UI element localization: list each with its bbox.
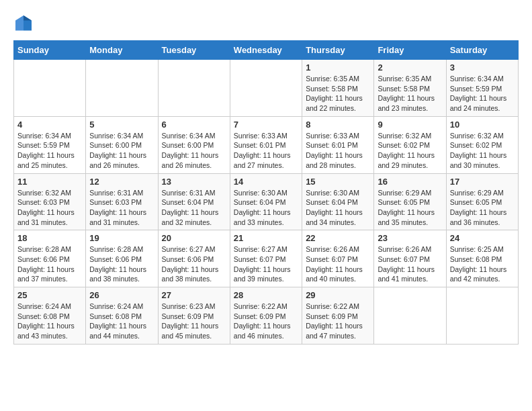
calendar-cell: 23Sunrise: 6:26 AM Sunset: 6:07 PM Dayli… bbox=[374, 230, 446, 287]
calendar-cell: 15Sunrise: 6:30 AM Sunset: 6:04 PM Dayli… bbox=[302, 173, 374, 230]
day-number: 4 bbox=[17, 120, 82, 130]
day-info: Sunrise: 6:23 AM Sunset: 6:09 PM Dayligh… bbox=[162, 302, 226, 341]
day-header-wednesday: Wednesday bbox=[230, 41, 302, 60]
day-info: Sunrise: 6:34 AM Sunset: 6:00 PM Dayligh… bbox=[89, 131, 154, 171]
calendar-cell: 12Sunrise: 6:31 AM Sunset: 6:03 PM Dayli… bbox=[86, 173, 158, 230]
day-info: Sunrise: 6:28 AM Sunset: 6:06 PM Dayligh… bbox=[17, 244, 82, 284]
calendar-cell: 16Sunrise: 6:29 AM Sunset: 6:05 PM Dayli… bbox=[374, 173, 446, 230]
day-number: 10 bbox=[450, 120, 515, 130]
day-info: Sunrise: 6:35 AM Sunset: 5:58 PM Dayligh… bbox=[378, 74, 442, 113]
day-number: 11 bbox=[17, 177, 82, 187]
calendar-cell bbox=[446, 287, 518, 345]
day-info: Sunrise: 6:32 AM Sunset: 6:02 PM Dayligh… bbox=[450, 131, 515, 171]
day-header-sunday: Sunday bbox=[14, 41, 86, 60]
day-number: 2 bbox=[378, 62, 442, 73]
day-info: Sunrise: 6:32 AM Sunset: 6:03 PM Dayligh… bbox=[17, 188, 82, 228]
calendar-cell: 29Sunrise: 6:22 AM Sunset: 6:09 PM Dayli… bbox=[302, 287, 374, 345]
day-number: 12 bbox=[89, 177, 154, 187]
calendar-cell: 1Sunrise: 6:35 AM Sunset: 5:58 PM Daylig… bbox=[302, 60, 374, 117]
day-info: Sunrise: 6:24 AM Sunset: 6:08 PM Dayligh… bbox=[89, 302, 154, 341]
calendar-cell: 8Sunrise: 6:33 AM Sunset: 6:01 PM Daylig… bbox=[302, 116, 374, 173]
page-header bbox=[13, 13, 519, 34]
day-info: Sunrise: 6:22 AM Sunset: 6:09 PM Dayligh… bbox=[306, 302, 370, 341]
day-info: Sunrise: 6:27 AM Sunset: 6:06 PM Dayligh… bbox=[162, 244, 226, 284]
day-number: 23 bbox=[378, 233, 442, 243]
day-info: Sunrise: 6:29 AM Sunset: 6:05 PM Dayligh… bbox=[378, 188, 442, 228]
day-number: 22 bbox=[306, 233, 370, 243]
calendar-week-2: 4Sunrise: 6:34 AM Sunset: 5:59 PM Daylig… bbox=[14, 116, 519, 173]
calendar-cell: 14Sunrise: 6:30 AM Sunset: 6:04 PM Dayli… bbox=[230, 173, 302, 230]
day-info: Sunrise: 6:28 AM Sunset: 6:06 PM Dayligh… bbox=[89, 244, 154, 284]
calendar-cell: 3Sunrise: 6:34 AM Sunset: 5:59 PM Daylig… bbox=[446, 60, 518, 117]
calendar-cell bbox=[14, 60, 86, 117]
day-info: Sunrise: 6:31 AM Sunset: 6:03 PM Dayligh… bbox=[89, 188, 154, 228]
day-number: 21 bbox=[234, 233, 298, 243]
calendar-cell: 22Sunrise: 6:26 AM Sunset: 6:07 PM Dayli… bbox=[302, 230, 374, 287]
day-number: 7 bbox=[234, 120, 298, 130]
calendar-cell: 5Sunrise: 6:34 AM Sunset: 6:00 PM Daylig… bbox=[86, 116, 158, 173]
day-info: Sunrise: 6:26 AM Sunset: 6:07 PM Dayligh… bbox=[378, 244, 442, 284]
day-number: 19 bbox=[89, 233, 154, 243]
calendar-cell: 13Sunrise: 6:31 AM Sunset: 6:04 PM Dayli… bbox=[158, 173, 230, 230]
day-info: Sunrise: 6:32 AM Sunset: 6:02 PM Dayligh… bbox=[378, 131, 442, 171]
calendar-cell: 2Sunrise: 6:35 AM Sunset: 5:58 PM Daylig… bbox=[374, 60, 446, 117]
calendar-cell: 9Sunrise: 6:32 AM Sunset: 6:02 PM Daylig… bbox=[374, 116, 446, 173]
day-header-saturday: Saturday bbox=[446, 41, 518, 60]
day-number: 3 bbox=[450, 62, 515, 73]
day-number: 17 bbox=[450, 177, 515, 187]
calendar-week-3: 11Sunrise: 6:32 AM Sunset: 6:03 PM Dayli… bbox=[14, 173, 519, 230]
day-number: 6 bbox=[162, 120, 226, 130]
day-info: Sunrise: 6:34 AM Sunset: 5:59 PM Dayligh… bbox=[450, 74, 515, 113]
day-number: 14 bbox=[234, 177, 298, 187]
day-number: 1 bbox=[306, 62, 370, 73]
calendar-cell: 20Sunrise: 6:27 AM Sunset: 6:06 PM Dayli… bbox=[158, 230, 230, 287]
day-info: Sunrise: 6:26 AM Sunset: 6:07 PM Dayligh… bbox=[306, 244, 370, 284]
day-info: Sunrise: 6:24 AM Sunset: 6:08 PM Dayligh… bbox=[17, 302, 82, 341]
day-number: 28 bbox=[234, 290, 298, 300]
day-info: Sunrise: 6:30 AM Sunset: 6:04 PM Dayligh… bbox=[306, 188, 370, 228]
logo-icon bbox=[13, 13, 34, 34]
calendar-cell bbox=[230, 60, 302, 117]
calendar-week-5: 25Sunrise: 6:24 AM Sunset: 6:08 PM Dayli… bbox=[14, 287, 519, 345]
calendar-cell bbox=[374, 287, 446, 345]
calendar-header-row: SundayMondayTuesdayWednesdayThursdayFrid… bbox=[14, 41, 519, 60]
calendar-cell: 19Sunrise: 6:28 AM Sunset: 6:06 PM Dayli… bbox=[86, 230, 158, 287]
day-info: Sunrise: 6:30 AM Sunset: 6:04 PM Dayligh… bbox=[234, 188, 298, 228]
day-number: 18 bbox=[17, 233, 82, 243]
day-number: 24 bbox=[450, 233, 515, 243]
day-header-monday: Monday bbox=[86, 41, 158, 60]
calendar-cell: 10Sunrise: 6:32 AM Sunset: 6:02 PM Dayli… bbox=[446, 116, 518, 173]
calendar-cell: 6Sunrise: 6:34 AM Sunset: 6:00 PM Daylig… bbox=[158, 116, 230, 173]
day-number: 16 bbox=[378, 177, 442, 187]
day-header-friday: Friday bbox=[374, 41, 446, 60]
day-info: Sunrise: 6:29 AM Sunset: 6:05 PM Dayligh… bbox=[450, 188, 515, 228]
calendar-cell: 18Sunrise: 6:28 AM Sunset: 6:06 PM Dayli… bbox=[14, 230, 86, 287]
day-number: 13 bbox=[162, 177, 226, 187]
day-number: 15 bbox=[306, 177, 370, 187]
day-number: 20 bbox=[162, 233, 226, 243]
calendar-cell: 25Sunrise: 6:24 AM Sunset: 6:08 PM Dayli… bbox=[14, 287, 86, 345]
logo bbox=[13, 13, 36, 34]
day-number: 29 bbox=[306, 290, 370, 300]
calendar-cell: 27Sunrise: 6:23 AM Sunset: 6:09 PM Dayli… bbox=[158, 287, 230, 345]
calendar-week-1: 1Sunrise: 6:35 AM Sunset: 5:58 PM Daylig… bbox=[14, 60, 519, 117]
day-number: 25 bbox=[17, 290, 82, 300]
day-info: Sunrise: 6:34 AM Sunset: 5:59 PM Dayligh… bbox=[17, 131, 82, 171]
calendar-cell: 21Sunrise: 6:27 AM Sunset: 6:07 PM Dayli… bbox=[230, 230, 302, 287]
day-info: Sunrise: 6:34 AM Sunset: 6:00 PM Dayligh… bbox=[162, 131, 226, 171]
day-info: Sunrise: 6:33 AM Sunset: 6:01 PM Dayligh… bbox=[306, 131, 370, 171]
day-info: Sunrise: 6:33 AM Sunset: 6:01 PM Dayligh… bbox=[234, 131, 298, 171]
calendar-cell: 7Sunrise: 6:33 AM Sunset: 6:01 PM Daylig… bbox=[230, 116, 302, 173]
day-info: Sunrise: 6:31 AM Sunset: 6:04 PM Dayligh… bbox=[162, 188, 226, 228]
day-number: 8 bbox=[306, 120, 370, 130]
calendar-cell: 11Sunrise: 6:32 AM Sunset: 6:03 PM Dayli… bbox=[14, 173, 86, 230]
day-info: Sunrise: 6:35 AM Sunset: 5:58 PM Dayligh… bbox=[306, 74, 370, 113]
day-number: 5 bbox=[89, 120, 154, 130]
calendar-cell bbox=[86, 60, 158, 117]
calendar-cell bbox=[158, 60, 230, 117]
svg-marker-1 bbox=[24, 15, 32, 21]
day-info: Sunrise: 6:22 AM Sunset: 6:09 PM Dayligh… bbox=[234, 302, 298, 341]
calendar-cell: 28Sunrise: 6:22 AM Sunset: 6:09 PM Dayli… bbox=[230, 287, 302, 345]
day-number: 9 bbox=[378, 120, 442, 130]
calendar-week-4: 18Sunrise: 6:28 AM Sunset: 6:06 PM Dayli… bbox=[14, 230, 519, 287]
